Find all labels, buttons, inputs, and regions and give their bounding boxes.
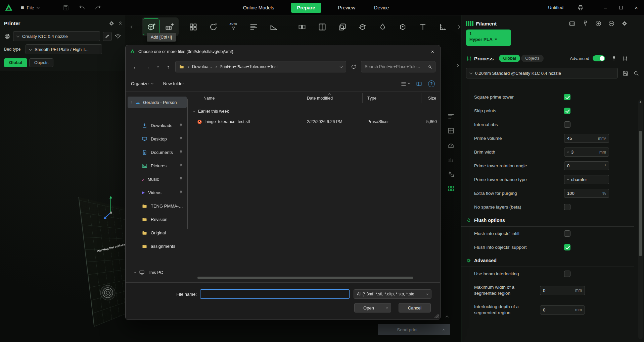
value-select[interactable]: chamfer — [564, 175, 609, 184]
file-name-input[interactable] — [200, 289, 350, 299]
split-to-parts-button[interactable] — [314, 18, 330, 35]
sidebar-item-onedrive[interactable]: ☁ Gerardo - Person — [128, 97, 187, 108]
tab-others-icon[interactable] — [447, 170, 455, 178]
nav-forward-button[interactable]: → — [142, 62, 152, 72]
tab-speed-icon[interactable] — [447, 141, 455, 150]
help-button[interactable]: ? — [428, 80, 435, 87]
auto-arrange-button[interactable]: AUTO — [225, 18, 242, 35]
scrollbar-thumb[interactable] — [639, 131, 642, 256]
nav-recent-dropdown[interactable] — [154, 62, 161, 72]
scrollbar-thumb[interactable] — [197, 277, 413, 279]
minimize-button[interactable]: – — [598, 0, 613, 15]
sidebar-item-folder[interactable]: assignments — [128, 239, 187, 253]
checkbox[interactable] — [564, 244, 570, 250]
collapse-panel-button[interactable] — [120, 21, 121, 25]
sidebar-item-downloads[interactable]: Downloads — [128, 119, 187, 132]
group-header-earlier-this-week[interactable]: Earlier this week — [188, 106, 440, 117]
search-input[interactable] — [365, 64, 425, 69]
bed-type-select[interactable]: Smooth PEI Plate / High T... — [26, 44, 102, 54]
process-preset-select[interactable]: 0.20mm Standard @Creality K1C 0.4 nozzle — [466, 68, 618, 78]
file-row[interactable]: hinge_tolerance_test.stl 2/22/2026 6:26 … — [188, 117, 440, 127]
checkbox[interactable] — [564, 108, 570, 114]
column-header-type[interactable]: Type — [363, 93, 421, 103]
undo-button[interactable] — [76, 2, 88, 13]
dialog-close-button[interactable]: × — [425, 45, 440, 58]
filament-settings-gear-icon[interactable] — [621, 20, 628, 27]
address-dropdown-icon[interactable] — [340, 65, 343, 68]
remote-print-button[interactable] — [575, 2, 586, 13]
tab-objects[interactable]: Objects — [29, 58, 53, 67]
save-preset-button[interactable] — [622, 70, 629, 76]
file-menu-button[interactable]: ≡ File — [18, 3, 42, 12]
filament-slot-1[interactable]: 1 Hyper PLA — [466, 30, 511, 46]
sidebar-item-folder[interactable]: TENG PMMA-Hu — [128, 199, 187, 213]
ams-icon[interactable] — [569, 20, 576, 27]
redo-button[interactable] — [92, 2, 104, 13]
process-scope-objects[interactable]: Objects — [521, 55, 543, 62]
split-to-objects-button[interactable] — [293, 18, 310, 35]
column-header-name[interactable]: Name — [188, 93, 302, 103]
search-icon[interactable] — [427, 64, 432, 69]
wifi-icon[interactable] — [114, 33, 121, 40]
variable-layer-height-button[interactable] — [245, 18, 262, 35]
assembly-view-button[interactable] — [334, 18, 351, 35]
scroll-up-icon[interactable]: ▲ — [638, 100, 643, 103]
tab-support-icon[interactable] — [447, 155, 455, 164]
view-mode-button[interactable] — [401, 81, 410, 87]
orient-button[interactable] — [205, 18, 222, 35]
toolbar-scroll-left-button[interactable] — [128, 18, 136, 35]
refresh-button[interactable] — [348, 62, 359, 72]
breadcrumb-folder[interactable]: Print+in+Place+Tolerance+Test — [220, 64, 278, 69]
value-input[interactable]: 0° — [564, 161, 609, 170]
remove-filament-icon[interactable] — [608, 20, 615, 27]
tab-device[interactable]: Device — [372, 3, 391, 13]
open-button[interactable]: Open — [355, 303, 383, 312]
file-type-select[interactable]: All (*.3mf, *.stl, *.oltp, *.stp, *.ste — [354, 289, 431, 299]
save-button[interactable] — [60, 2, 72, 13]
text-tool-button[interactable] — [414, 18, 431, 35]
nav-up-button[interactable]: ↑ — [163, 62, 173, 72]
color-paint-button[interactable] — [374, 18, 391, 35]
sidebar-item-music[interactable]: ♪ Music — [128, 172, 187, 186]
advanced-mode-toggle[interactable] — [593, 55, 605, 61]
value-input[interactable]: 45mm³ — [564, 134, 609, 143]
checkbox[interactable] — [564, 94, 570, 100]
send-print-options-button[interactable] — [437, 324, 450, 335]
collapse-right-panel-button[interactable] — [454, 61, 460, 70]
tab-strength-icon[interactable] — [447, 126, 455, 135]
nav-back-button[interactable]: ← — [130, 62, 140, 72]
tune-icon[interactable] — [622, 56, 628, 61]
tab-online-models[interactable]: Online Models — [241, 3, 276, 13]
breadcrumb-root[interactable]: Downloa... — [192, 64, 212, 69]
edit-printer-button[interactable] — [103, 32, 112, 41]
checkbox[interactable] — [564, 230, 570, 237]
horizontal-scrollbar[interactable] — [192, 276, 435, 280]
value-input[interactable]: 100% — [564, 189, 609, 198]
lay-on-face-button[interactable] — [265, 18, 282, 35]
toolbar-scroll-right-button[interactable] — [455, 18, 462, 35]
printer-preset-select[interactable]: Creality K1C 0.4 nozzle — [13, 31, 100, 41]
checkbox[interactable] — [564, 204, 570, 210]
tab-quality-icon[interactable] — [447, 112, 455, 121]
column-header-date-modified[interactable]: Date modified — [302, 93, 363, 103]
collapse-bottom-bar-button[interactable] — [443, 312, 451, 321]
value-input[interactable]: 0mm — [540, 305, 585, 315]
nozzle-icon[interactable] — [582, 20, 589, 27]
nozzle-compare-icon[interactable] — [611, 56, 617, 61]
measure-button[interactable] — [434, 18, 451, 35]
checkbox[interactable] — [564, 121, 570, 128]
open-options-button[interactable] — [383, 303, 391, 312]
search-settings-button[interactable] — [633, 70, 639, 76]
resize-grip[interactable] — [434, 314, 439, 318]
cancel-button[interactable]: Cancel — [399, 303, 431, 312]
expand-icon[interactable] — [130, 101, 132, 103]
sidebar-item-folder[interactable]: Revision — [128, 213, 187, 226]
new-folder-button[interactable]: New folder — [163, 81, 184, 86]
tab-global[interactable]: Global — [4, 58, 27, 67]
preview-pane-button[interactable] — [416, 81, 422, 87]
sidebar-item-pictures[interactable]: Pictures — [128, 159, 187, 172]
seam-paint-button[interactable] — [394, 18, 411, 35]
tab-multimaterial-icon[interactable] — [447, 184, 455, 193]
send-print-label[interactable]: Send print — [378, 324, 437, 335]
address-bar[interactable]: Downloa... Print+in+Place+Tolerance+Test — [175, 61, 346, 72]
